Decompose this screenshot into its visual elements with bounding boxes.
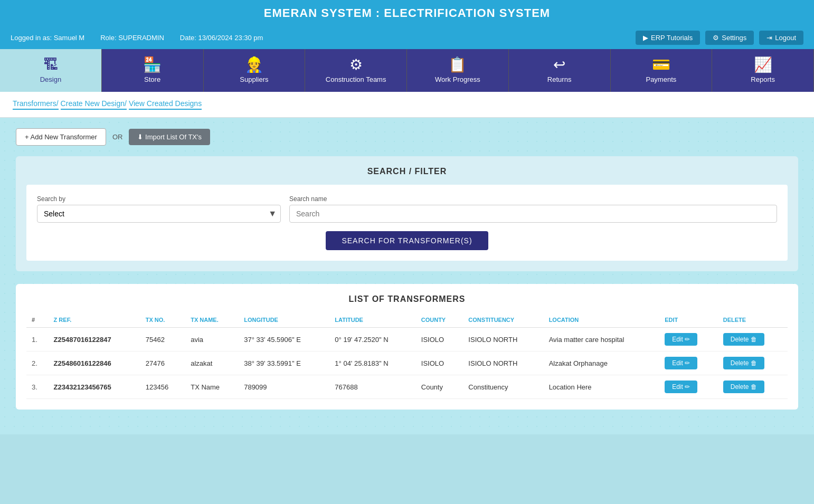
table-header: # Z ref. TX No. TX Name. LONGITUDE LATIT… xyxy=(26,312,788,328)
search-by-select[interactable]: Select Z Ref. TX No. TX Name County Cons… xyxy=(37,205,281,223)
col-header-location: LOCATION xyxy=(544,312,660,328)
nav-label-work-progress: Work Progress xyxy=(435,75,480,83)
cell-location: Alzakat Orphanage xyxy=(544,351,660,375)
nav-item-returns[interactable]: ↩ Returns xyxy=(509,49,611,92)
role-text: Role: SUPERADMIN xyxy=(100,34,164,42)
logout-button[interactable]: ⇥ Logout xyxy=(759,31,803,45)
cell-county: ISIOLO xyxy=(416,351,463,375)
col-header-latitude: LATITUDE xyxy=(329,312,415,328)
col-header-longitude: LONGITUDE xyxy=(239,312,329,328)
edit-button-2[interactable]: Edit ✏ xyxy=(665,357,697,369)
nav-label-reports: Reports xyxy=(751,75,775,83)
search-title: SEARCH / FILTER xyxy=(26,167,788,176)
col-header-zref: Z ref. xyxy=(49,312,140,328)
table-title: LIST OF TRANSFORMERS xyxy=(26,294,788,304)
search-by-label: Search by xyxy=(37,195,281,203)
delete-button-1[interactable]: Delete 🗑 xyxy=(723,333,764,346)
nav-label-payments: Payments xyxy=(646,75,676,83)
table-row: 2. Z25486016122846 27476 alzakat 38° 39'… xyxy=(26,351,788,375)
table-header-row: # Z ref. TX No. TX Name. LONGITUDE LATIT… xyxy=(26,312,788,328)
breadcrumb-transformers[interactable]: Transformers/ xyxy=(13,99,59,110)
cell-zref: Z25487016122847 xyxy=(49,328,140,351)
table-row: 3. Z23432123456765 123456 TX Name 789099… xyxy=(26,375,788,399)
nav-label-store: Store xyxy=(144,75,160,83)
breadcrumb-create-new-design[interactable]: Create New Design/ xyxy=(61,99,127,110)
cell-zref: Z23432123456765 xyxy=(49,375,140,399)
video-icon: ▶ xyxy=(643,34,648,42)
title-text: EMERAN SYSTEM : ELECTRIFICATION SYSTEM xyxy=(264,6,550,20)
returns-icon: ↩ xyxy=(553,58,565,72)
edit-button-1[interactable]: Edit ✏ xyxy=(665,333,697,346)
payments-icon: 💳 xyxy=(652,58,670,72)
nav-item-suppliers[interactable]: 👷 Suppliers xyxy=(204,49,306,92)
nav-label-returns: Returns xyxy=(547,75,572,83)
erp-tutorials-button[interactable]: ▶ ERP Tutorials xyxy=(636,31,700,45)
main-content: + Add New Transformer OR ⬇ Import List O… xyxy=(0,118,814,434)
cell-delete: Delete 🗑 xyxy=(718,328,788,351)
nav-item-design[interactable]: 🏗 Design xyxy=(0,49,102,92)
delete-button-3[interactable]: Delete 🗑 xyxy=(723,381,764,393)
col-header-county: COUNTY xyxy=(416,312,463,328)
import-list-button[interactable]: ⬇ Import List Of TX's xyxy=(129,129,210,145)
cell-num: 1. xyxy=(26,328,49,351)
cell-txname: TX Name xyxy=(185,375,239,399)
delete-button-2[interactable]: Delete 🗑 xyxy=(723,357,764,369)
add-transformer-button[interactable]: + Add New Transformer xyxy=(16,128,106,146)
cell-num: 3. xyxy=(26,375,49,399)
cell-latitude: 0° 19' 47.2520" N xyxy=(329,328,415,351)
col-header-delete: DELETE xyxy=(718,312,788,328)
cell-txno: 75462 xyxy=(140,328,185,351)
cell-location: Location Here xyxy=(544,375,660,399)
nav-label-suppliers: Suppliers xyxy=(240,75,268,83)
nav-item-construction-teams[interactable]: ⚙ Construction Teams xyxy=(305,49,407,92)
nav-item-payments[interactable]: 💳 Payments xyxy=(611,49,713,92)
work-progress-icon: 📋 xyxy=(448,58,467,72)
col-header-edit: EDIT xyxy=(659,312,718,328)
transformers-table: # Z ref. TX No. TX Name. LONGITUDE LATIT… xyxy=(26,312,788,399)
nav-label-design: Design xyxy=(40,75,61,83)
breadcrumb: Transformers/ Create New Design/ View Cr… xyxy=(0,92,814,118)
search-by-wrapper: Select Z Ref. TX No. TX Name County Cons… xyxy=(37,205,281,223)
cell-txname: avia xyxy=(185,328,239,351)
table-body: 1. Z25487016122847 75462 avia 37° 33' 45… xyxy=(26,328,788,399)
cell-edit: Edit ✏ xyxy=(659,351,718,375)
store-icon: 🏪 xyxy=(143,58,162,72)
logged-in-text: Logged in as: Samuel M xyxy=(11,34,84,42)
col-header-txname: TX Name. xyxy=(185,312,239,328)
table-row: 1. Z25487016122847 75462 avia 37° 33' 45… xyxy=(26,328,788,351)
nav-item-store[interactable]: 🏪 Store xyxy=(102,49,204,92)
search-name-field: Search name xyxy=(289,195,777,223)
search-input[interactable] xyxy=(289,205,777,223)
cell-delete: Delete 🗑 xyxy=(718,351,788,375)
nav-item-work-progress[interactable]: 📋 Work Progress xyxy=(407,49,509,92)
cell-zref: Z25486016122846 xyxy=(49,351,140,375)
nav-item-reports[interactable]: 📈 Reports xyxy=(712,49,814,92)
suppliers-icon: 👷 xyxy=(245,58,263,72)
design-icon: 🏗 xyxy=(43,58,58,72)
col-header-constituency: CONSTITUENCY xyxy=(463,312,543,328)
cell-num: 2. xyxy=(26,351,49,375)
cell-txno: 27476 xyxy=(140,351,185,375)
user-info: Logged in as: Samuel M Role: SUPERADMIN … xyxy=(11,34,625,42)
search-transformers-button[interactable]: SEARCH FOR TRANSFORMER(S) xyxy=(326,231,488,250)
edit-button-3[interactable]: Edit ✏ xyxy=(665,381,697,393)
action-row: + Add New Transformer OR ⬇ Import List O… xyxy=(16,128,798,146)
cell-longitude: 789099 xyxy=(239,375,329,399)
content-area: + Add New Transformer OR ⬇ Import List O… xyxy=(16,128,798,410)
cell-edit: Edit ✏ xyxy=(659,328,718,351)
header-actions: ▶ ERP Tutorials ⚙ Settings ⇥ Logout xyxy=(636,31,803,45)
breadcrumb-view-created-designs[interactable]: View Created Designs xyxy=(129,99,202,110)
table-panel: LIST OF TRANSFORMERS # Z ref. TX No. TX … xyxy=(16,284,798,410)
cell-txname: alzakat xyxy=(185,351,239,375)
cell-edit: Edit ✏ xyxy=(659,375,718,399)
cell-location: Avia matter care hospital xyxy=(544,328,660,351)
cell-delete: Delete 🗑 xyxy=(718,375,788,399)
cell-longitude: 38° 39' 33.5991" E xyxy=(239,351,329,375)
settings-button[interactable]: ⚙ Settings xyxy=(705,31,754,45)
cell-constituency: ISIOLO NORTH xyxy=(463,328,543,351)
sub-header: Logged in as: Samuel M Role: SUPERADMIN … xyxy=(0,26,814,49)
date-text: Date: 13/06/2024 23:30 pm xyxy=(180,34,263,42)
col-header-txno: TX No. xyxy=(140,312,185,328)
cell-county: ISIOLO xyxy=(416,328,463,351)
cell-longitude: 37° 33' 45.5906" E xyxy=(239,328,329,351)
